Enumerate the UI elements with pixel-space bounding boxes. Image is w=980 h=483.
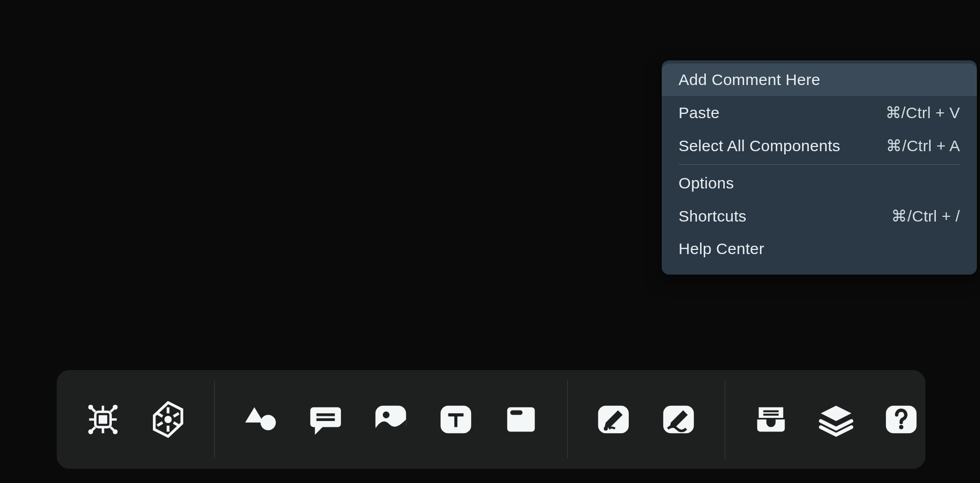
svg-rect-9 xyxy=(317,418,335,421)
menu-item-label: Help Center xyxy=(679,240,764,258)
tool-help[interactable] xyxy=(882,401,920,438)
menu-item-paste[interactable]: Paste ⌘/Ctrl + V xyxy=(662,96,977,129)
tool-group-2 xyxy=(214,370,567,469)
card-icon xyxy=(503,401,539,438)
menu-item-label: Shortcuts xyxy=(679,207,746,225)
svg-point-11 xyxy=(383,412,390,418)
menu-item-shortcut: ⌘/Ctrl + A xyxy=(886,136,960,155)
tool-shapes[interactable] xyxy=(242,401,279,438)
menu-item-label: Select All Components xyxy=(679,137,840,155)
context-menu: Add Comment Here Paste ⌘/Ctrl + V Select… xyxy=(662,60,977,275)
helm-icon xyxy=(150,401,186,438)
svg-point-16 xyxy=(604,427,608,431)
svg-rect-8 xyxy=(317,413,335,416)
svg-rect-19 xyxy=(763,414,778,416)
tool-comment[interactable] xyxy=(307,401,345,438)
svg-rect-1 xyxy=(100,416,106,423)
svg-point-6 xyxy=(164,416,172,423)
menu-item-label: Add Comment Here xyxy=(679,71,820,89)
tool-card[interactable] xyxy=(502,401,540,438)
pencil-square-icon xyxy=(595,401,632,438)
menu-item-shortcut: ⌘/Ctrl + / xyxy=(891,207,960,225)
shapes-icon xyxy=(242,401,279,438)
tool-image[interactable] xyxy=(372,401,410,438)
tool-text[interactable] xyxy=(437,401,475,438)
menu-item-add-comment[interactable]: Add Comment Here xyxy=(662,64,977,96)
tool-layers[interactable] xyxy=(817,401,855,438)
menu-item-help-center[interactable]: Help Center xyxy=(662,233,977,265)
text-icon xyxy=(437,401,474,438)
menu-item-options[interactable]: Options xyxy=(662,167,977,200)
bottom-toolbar xyxy=(57,370,925,469)
tool-pencil-square[interactable] xyxy=(595,401,632,438)
comment-icon xyxy=(307,401,344,438)
menu-item-shortcut: ⌘/Ctrl + V xyxy=(885,103,960,122)
tool-inbox[interactable] xyxy=(752,401,790,438)
inbox-icon xyxy=(753,401,789,438)
tool-group-3 xyxy=(567,370,725,469)
menu-item-select-all[interactable]: Select All Components ⌘/Ctrl + A xyxy=(662,129,977,162)
tool-group-4 xyxy=(725,370,947,469)
help-icon xyxy=(883,401,920,438)
menu-divider xyxy=(679,164,960,165)
layers-icon xyxy=(818,401,854,438)
svg-rect-14 xyxy=(510,411,523,415)
tool-group-1 xyxy=(57,370,214,469)
menu-item-shortcuts[interactable]: Shortcuts ⌘/Ctrl + / xyxy=(662,200,977,233)
svg-rect-18 xyxy=(763,411,778,413)
freehand-icon xyxy=(660,401,697,438)
svg-point-21 xyxy=(899,425,903,429)
tool-helm[interactable] xyxy=(149,401,187,438)
menu-item-label: Paste xyxy=(679,104,720,122)
tool-chip[interactable] xyxy=(84,401,122,438)
svg-point-7 xyxy=(260,415,276,430)
tool-freehand[interactable] xyxy=(660,401,697,438)
menu-item-label: Options xyxy=(679,174,734,192)
image-icon xyxy=(372,401,409,438)
chip-icon xyxy=(85,401,121,438)
